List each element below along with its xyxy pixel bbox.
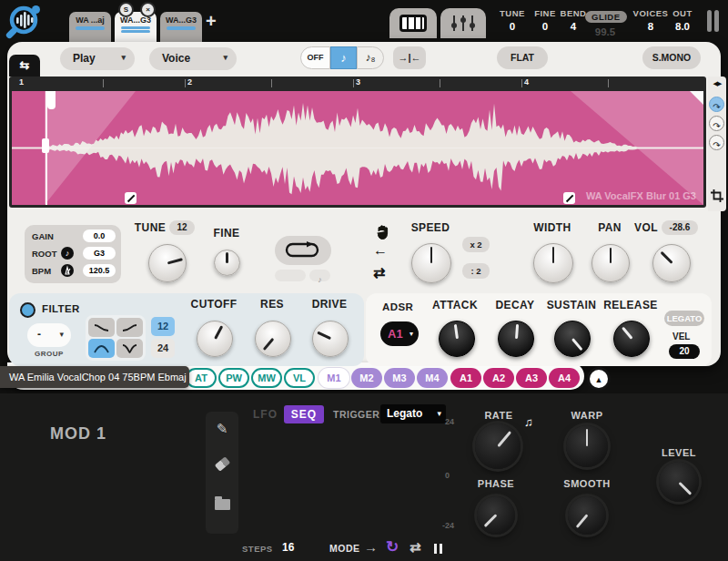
fine-knob[interactable] xyxy=(214,250,240,276)
close-tab-badge[interactable]: × xyxy=(140,2,156,17)
tab-keyboard-view[interactable] xyxy=(389,8,437,38)
phase-knob[interactable] xyxy=(477,496,515,535)
smooth-knob[interactable] xyxy=(568,496,606,535)
pencil-tool-icon[interactable]: ✎ xyxy=(206,421,238,437)
pill-amp2[interactable]: A2 xyxy=(483,368,514,388)
solo-badge[interactable]: S xyxy=(118,2,134,17)
pill-velocity[interactable]: VL xyxy=(284,368,315,388)
bounce-icon[interactable]: ⇄ xyxy=(373,264,385,281)
loop-toggle-button[interactable] xyxy=(275,236,331,265)
add-tab-button[interactable]: + xyxy=(206,11,217,32)
slope-12-button[interactable]: 12 xyxy=(151,317,175,336)
eraser-tool-icon[interactable] xyxy=(215,456,230,472)
folder-icon[interactable] xyxy=(215,499,230,510)
quantize-note-segment[interactable]: ♪ xyxy=(330,46,357,69)
mode-pingpong-icon[interactable]: ⇄ xyxy=(410,539,421,556)
legato-button[interactable]: LEGATO xyxy=(664,311,704,326)
fade-in-handle[interactable] xyxy=(125,192,136,204)
filter-highpass-button[interactable] xyxy=(116,318,143,337)
mode-pause-icon[interactable] xyxy=(434,541,442,557)
pill-aftertouch[interactable]: AT xyxy=(186,368,217,388)
gain-value-field[interactable]: 0.0 xyxy=(83,230,116,242)
group-dropdown[interactable]: - ▾ xyxy=(27,323,71,347)
trigger-mode-dropdown[interactable]: Legato ▾ xyxy=(380,404,446,423)
filter-lowpass-button[interactable] xyxy=(88,318,115,337)
tab-lfo[interactable]: LFO xyxy=(253,408,278,421)
ruler-tick xyxy=(353,79,354,87)
voice-mode-dropdown[interactable]: Voice ▾ xyxy=(149,47,237,70)
curve-mode-1-button[interactable]: ↷ xyxy=(709,97,724,112)
speed-div2-button[interactable]: : 2 xyxy=(462,263,490,279)
mode-forward-icon[interactable]: → xyxy=(364,539,378,555)
bpm-value-field[interactable]: 120.5 xyxy=(83,264,116,277)
filter-notch-button[interactable] xyxy=(116,339,143,358)
warp-knob[interactable] xyxy=(566,425,608,467)
curve-mode-2-button[interactable]: ↷ xyxy=(709,116,724,131)
loop-sub-toggle[interactable] xyxy=(275,270,306,281)
tune-value-badge[interactable]: 12 xyxy=(169,220,195,235)
pill-mod4[interactable]: M4 xyxy=(417,368,448,388)
decay-knob[interactable] xyxy=(498,321,534,357)
vel-value-badge[interactable]: 20 xyxy=(669,344,700,359)
pan-knob[interactable] xyxy=(592,244,630,282)
start-marker-handle[interactable] xyxy=(42,138,49,153)
fine-label: FINE xyxy=(207,227,246,240)
collapse-selection-button[interactable]: →|← xyxy=(393,46,426,69)
speed-knob[interactable] xyxy=(411,243,451,283)
tune-knob[interactable] xyxy=(148,244,187,282)
crop-icon[interactable] xyxy=(711,189,723,206)
pill-mod3[interactable]: M3 xyxy=(384,368,415,388)
pill-mod1-selected[interactable]: M1 xyxy=(318,368,349,388)
sustain-knob[interactable] xyxy=(554,321,591,357)
param-value[interactable]: 99.5 xyxy=(585,26,625,37)
waveform-display[interactable]: WA VocalFX Blur 01 G3 xyxy=(12,91,703,205)
speed-x2-button[interactable]: x 2 xyxy=(462,237,490,252)
vol-knob[interactable] xyxy=(652,244,691,282)
start-marker-flag[interactable] xyxy=(47,91,56,109)
reverse-icon[interactable]: ← xyxy=(373,242,388,259)
fade-out-handle[interactable] xyxy=(563,192,575,204)
sample-tab-1[interactable]: WA ...aj xyxy=(69,12,111,42)
res-knob[interactable] xyxy=(255,321,291,357)
quantize-note8-segment[interactable]: ♪₈ xyxy=(357,46,384,69)
collapse-panel-button[interactable]: ▲ xyxy=(587,367,611,391)
pill-pitchwheel[interactable]: PW xyxy=(218,368,249,388)
sample-tab-3[interactable]: WA...G3 xyxy=(160,12,202,42)
width-knob[interactable] xyxy=(533,243,573,283)
h-expand-icon[interactable]: ◀▶ xyxy=(708,80,726,87)
play-mode-dropdown[interactable]: Play ▾ xyxy=(60,47,135,70)
pill-amp4[interactable]: A4 xyxy=(549,368,580,388)
mode-loop-icon-selected[interactable]: ↻ xyxy=(386,537,399,556)
loop-note-toggle[interactable]: ♪ xyxy=(309,270,330,281)
drive-knob[interactable] xyxy=(312,321,349,357)
envelope-select-dropdown[interactable]: A1 ▾ xyxy=(380,321,419,346)
attack-knob[interactable] xyxy=(439,321,475,357)
slope-24-button[interactable]: 24 xyxy=(151,339,175,358)
sync-note-icon[interactable]: ♫ xyxy=(524,415,533,429)
pill-amp3[interactable]: A3 xyxy=(516,368,547,388)
pill-modwheel[interactable]: MW xyxy=(251,368,282,388)
tab-trigger[interactable]: TRIGGER xyxy=(333,409,379,420)
steps-value[interactable]: 16 xyxy=(282,541,294,554)
tab-seq-selected[interactable]: SEQ xyxy=(284,405,324,423)
tab-mixer-view[interactable] xyxy=(440,8,486,38)
smono-button[interactable]: S.MONO xyxy=(642,46,701,69)
rate-knob[interactable] xyxy=(475,423,521,469)
pill-amp1[interactable]: A1 xyxy=(450,368,481,388)
pill-mod2[interactable]: M2 xyxy=(351,368,382,388)
cutoff-knob[interactable] xyxy=(197,321,233,357)
flat-button[interactable]: FLAT xyxy=(497,46,548,69)
release-knob[interactable] xyxy=(613,321,650,357)
level-knob[interactable] xyxy=(659,462,699,502)
param-value[interactable]: 8.0 xyxy=(662,21,703,32)
vol-value-badge[interactable]: -28.6 xyxy=(662,220,698,235)
loop-mode-tab[interactable]: ⇆ xyxy=(9,55,40,76)
timeline-ruler[interactable]: 1 2 3 4 xyxy=(12,76,703,91)
curve-mode-3-button[interactable]: ↷ xyxy=(709,135,724,150)
filter-bandpass-button-selected[interactable] xyxy=(88,339,115,358)
root-value-field[interactable]: G3 xyxy=(83,247,116,260)
hand-drag-icon[interactable] xyxy=(375,224,389,243)
corner-fold-icon xyxy=(690,91,703,105)
filter-enable-toggle[interactable] xyxy=(20,302,35,318)
quantize-off-segment[interactable]: OFF xyxy=(300,46,330,69)
